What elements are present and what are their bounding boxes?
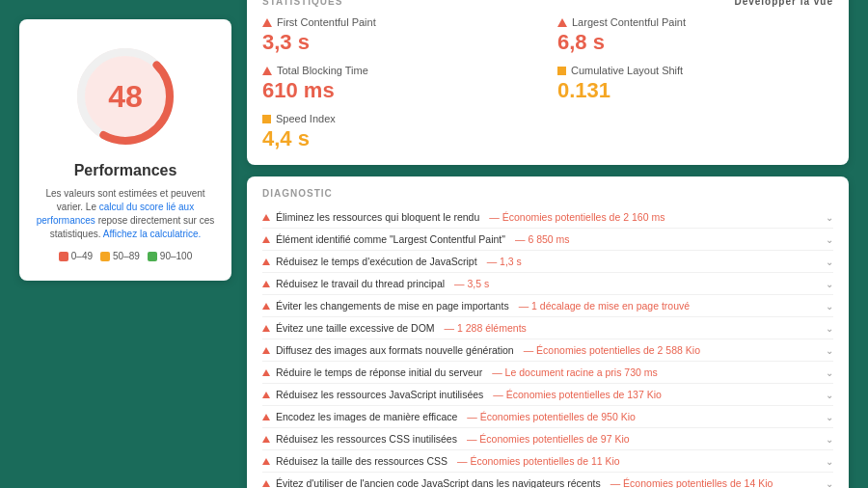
chevron-icon: ⌄: [826, 323, 833, 334]
lcp-value: 6,8 s: [557, 30, 833, 55]
diag-item-2[interactable]: Réduisez le temps d'exécution de JavaScr…: [262, 251, 833, 273]
legend-dot-red: [59, 252, 68, 261]
chevron-icon: ⌄: [826, 257, 833, 267]
chevron-icon: ⌄: [826, 212, 833, 223]
stats-grid: First Contentful Paint 3,3 s Largest Con…: [262, 16, 833, 151]
diag-item-10[interactable]: Réduisez les ressources CSS inutilisées …: [262, 428, 833, 450]
triangle-icon: [262, 414, 270, 420]
diagnostic-header: DIAGNOSTIC: [262, 188, 833, 199]
legend-item-red: 0–49: [59, 251, 93, 261]
stat-lcp: Largest Contentful Paint 6,8 s: [557, 16, 833, 55]
stat-tbt: Total Blocking Time 610 ms: [262, 65, 538, 103]
right-panels: STATISTIQUES Développer la vue First Con…: [247, 0, 849, 488]
triangle-icon: [262, 258, 270, 265]
triangle-icon: [262, 369, 270, 376]
performance-card: 48 Performances Les valeurs sont estimée…: [19, 19, 231, 281]
stat-fcp: First Contentful Paint 3,3 s: [262, 16, 538, 55]
diag-item-6[interactable]: Diffusez des images aux formats nouvelle…: [262, 339, 833, 362]
triangle-icon: [262, 281, 270, 287]
stats-header: STATISTIQUES Développer la vue: [262, 0, 833, 7]
diag-item-4[interactable]: Éviter les changements de mise en page i…: [262, 295, 833, 317]
chevron-icon: ⌄: [826, 478, 833, 489]
diag-item-8[interactable]: Réduisez les ressources JavaScript inuti…: [262, 384, 833, 406]
triangle-icon: [262, 303, 270, 310]
expand-button[interactable]: Développer la vue: [734, 0, 833, 7]
triangle-icon-tbt: [262, 67, 272, 75]
triangle-icon: [262, 480, 270, 487]
triangle-icon-lcp: [557, 18, 567, 27]
diag-item-1[interactable]: Élément identifié comme "Largest Content…: [262, 229, 833, 251]
legend-item-orange: 50–89: [100, 251, 140, 261]
triangle-icon: [262, 214, 270, 221]
calculator-link[interactable]: Affichez la calculatrice.: [103, 229, 202, 239]
chevron-icon: ⌄: [826, 345, 833, 356]
square-icon-cls: [557, 67, 566, 75]
chevron-icon: ⌄: [826, 367, 833, 378]
chevron-icon: ⌄: [826, 390, 833, 400]
score-legend: 0–49 50–89 90–100: [59, 251, 192, 261]
stat-si: Speed Index 4,4 s: [262, 113, 538, 151]
perf-description: Les valeurs sont estimées et peuvent var…: [35, 187, 216, 241]
legend-item-green: 90–100: [148, 251, 192, 261]
perf-title: Performances: [74, 162, 177, 179]
diag-item-7[interactable]: Réduire le temps de réponse initial du s…: [262, 362, 833, 384]
diag-item-5[interactable]: Évitez une taille excessive de DOM — 1 2…: [262, 317, 833, 339]
diag-item-9[interactable]: Encodez les images de manière efficace —…: [262, 406, 833, 428]
chevron-icon: ⌄: [826, 234, 833, 245]
stats-card: STATISTIQUES Développer la vue First Con…: [247, 0, 849, 165]
chevron-icon: ⌄: [826, 301, 833, 312]
square-icon-si: [262, 115, 271, 123]
diag-item-12[interactable]: Évitez d'utiliser de l'ancien code JavaS…: [262, 473, 833, 488]
triangle-icon: [262, 236, 270, 243]
fcp-value: 3,3 s: [262, 30, 538, 55]
tbt-value: 610 ms: [262, 78, 538, 103]
chevron-icon: ⌄: [826, 456, 833, 467]
legend-dot-orange: [100, 252, 110, 261]
stat-cls: Cumulative Layout Shift 0.131: [557, 65, 833, 103]
gauge: 48: [68, 39, 183, 154]
diagnostic-card: DIAGNOSTIC Éliminez les ressources qui b…: [247, 176, 849, 488]
triangle-icon: [262, 436, 270, 443]
triangle-icon: [262, 347, 270, 354]
triangle-icon: [262, 458, 270, 465]
legend-dot-green: [148, 252, 157, 261]
diagnostic-list: Éliminez les ressources qui bloquent le …: [262, 206, 833, 488]
diag-item-3[interactable]: Réduisez le travail du thread principal …: [262, 273, 833, 295]
cls-value: 0.131: [557, 78, 833, 103]
chevron-icon: ⌄: [826, 412, 833, 422]
triangle-icon-fcp: [262, 18, 272, 27]
diag-item-0[interactable]: Éliminez les ressources qui bloquent le …: [262, 206, 833, 229]
triangle-icon: [262, 325, 270, 332]
si-value: 4,4 s: [262, 126, 538, 151]
score-number: 48: [108, 79, 143, 115]
chevron-icon: ⌄: [826, 434, 833, 445]
chevron-icon: ⌄: [826, 279, 833, 289]
triangle-icon: [262, 392, 270, 398]
diag-item-11[interactable]: Réduisez la taille des ressources CSS — …: [262, 450, 833, 473]
